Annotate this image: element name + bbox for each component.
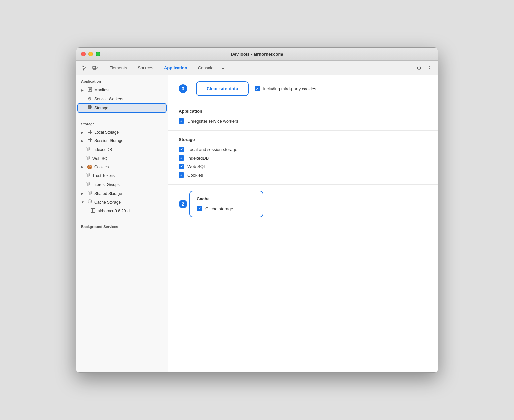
sidebar-item-label: Manifest: [94, 88, 109, 92]
sidebar-item-manifest[interactable]: ▶ Manifest: [76, 85, 168, 95]
chevron-right-icon: ▶: [81, 88, 85, 92]
sidebar-item-indexeddb[interactable]: IndexedDB: [76, 145, 168, 154]
tab-console[interactable]: Console: [193, 62, 219, 74]
sidebar-item-service-workers[interactable]: ▶ ⚙ Service Workers: [76, 95, 168, 103]
sidebar-item-shared-storage[interactable]: ▶ Shared Storage: [76, 189, 168, 198]
tab-elements[interactable]: Elements: [104, 62, 132, 74]
third-party-cookies-row: ✓ including third-party cookies: [255, 86, 316, 91]
svg-point-21: [86, 182, 89, 183]
storage-panel-section: Storage ✓ Local and session storage ✓ In…: [168, 131, 438, 185]
chevron-right-icon: ▶: [81, 131, 85, 134]
sidebar-item-label: Service Workers: [94, 97, 123, 101]
checkmark-icon: ✓: [180, 119, 183, 123]
gear-icon: ⚙: [87, 96, 92, 101]
third-party-cookies-label: including third-party cookies: [263, 86, 316, 91]
sidebar-item-cache-entry[interactable]: airhorner-0.6.20 - ht: [76, 207, 168, 215]
svg-rect-0: [93, 66, 96, 69]
sidebar-item-trust-tokens[interactable]: Trust Tokens: [76, 171, 168, 180]
indexeddb-checkbox[interactable]: ✓: [179, 155, 184, 161]
database-icon: [85, 182, 90, 187]
sidebar-app-label: Application: [76, 75, 168, 85]
tab-more-button[interactable]: »: [219, 62, 226, 74]
indexeddb-label: IndexedDB: [187, 156, 209, 161]
tab-application[interactable]: Application: [159, 62, 193, 74]
sidebar-background-label: Background Services: [76, 221, 168, 231]
grid-icon: [87, 130, 92, 135]
checkmark-icon: ✓: [180, 147, 183, 152]
svg-point-19: [86, 156, 89, 157]
tab-sources[interactable]: Sources: [132, 62, 159, 74]
unregister-sw-checkbox[interactable]: ✓: [179, 118, 184, 124]
sidebar-item-label: airhorner-0.6.20 - ht: [98, 209, 133, 213]
sidebar-item-label: Web SQL: [92, 156, 110, 161]
database-icon: [85, 173, 90, 178]
clear-row: 3 Clear site data ✓ including third-part…: [179, 82, 428, 95]
svg-point-20: [86, 173, 89, 174]
svg-rect-13: [88, 138, 92, 142]
app-section-title: Application: [179, 109, 428, 114]
sidebar-item-interest-groups[interactable]: Interest Groups: [76, 180, 168, 189]
sidebar-item-cache-storage[interactable]: ▼ Cache Storage: [76, 198, 168, 207]
local-session-row: ✓ Local and session storage: [179, 147, 428, 152]
devtools-window: DevTools - airhorner.com/ Elements: [76, 47, 438, 373]
more-options-icon[interactable]: ⋮: [425, 63, 434, 73]
grid-icon: [90, 208, 96, 214]
indexeddb-row: ✓ IndexedDB: [179, 155, 428, 161]
cookie-icon: 🍪: [87, 165, 92, 169]
database-icon: [87, 199, 92, 205]
clear-section: 3 Clear site data ✓ including third-part…: [168, 75, 438, 102]
badge2-row: 2 Cache ✓ Cache storage: [179, 191, 428, 217]
svg-rect-24: [91, 209, 95, 213]
checkmark-icon: ✓: [198, 207, 201, 211]
cache-storage-label: Cache storage: [205, 206, 233, 211]
cache-storage-checkbox[interactable]: ✓: [197, 206, 202, 211]
tab-bar-left-tools: [79, 61, 101, 75]
badge-3: 3: [179, 84, 187, 93]
maximize-button[interactable]: [96, 52, 100, 56]
sidebar-item-label: Cache Storage: [94, 200, 121, 205]
chevron-right-icon: ▶: [81, 139, 85, 143]
sidebar-item-label: Local Storage: [94, 130, 119, 135]
local-session-checkbox[interactable]: ✓: [179, 147, 184, 152]
chevron-right-icon: ▶: [81, 165, 85, 169]
badge-2: 2: [179, 200, 187, 208]
third-party-cookies-checkbox[interactable]: ✓: [255, 86, 260, 91]
unregister-sw-row: ✓ Unregister service workers: [179, 118, 428, 124]
traffic-lights: [81, 52, 100, 56]
sidebar-item-storage[interactable]: ▶ Storage: [78, 104, 166, 112]
app-panel-section: Application ✓ Unregister service workers: [168, 102, 438, 131]
svg-point-7: [88, 105, 91, 107]
sidebar-item-label: Storage: [94, 106, 108, 110]
main-panel: 3 Clear site data ✓ including third-part…: [168, 75, 438, 372]
clear-site-data-button[interactable]: Clear site data: [197, 83, 247, 95]
tab-bar: Elements Sources Application Console » ⚙…: [76, 61, 438, 75]
close-button[interactable]: [81, 52, 86, 56]
sidebar-item-label: Trust Tokens: [92, 173, 115, 178]
cookies-checkbox[interactable]: ✓: [179, 172, 184, 178]
tab-bar-right-tools: ⚙ ⋮: [413, 61, 435, 75]
sidebar-item-label: Shared Storage: [94, 191, 122, 196]
minimize-button[interactable]: [88, 52, 93, 56]
database-icon: [87, 105, 92, 111]
sidebar-item-label: Session Storage: [94, 138, 123, 143]
web-sql-checkbox[interactable]: ✓: [179, 164, 184, 169]
cookies-label: Cookies: [187, 173, 203, 178]
manifest-icon: [87, 87, 92, 93]
chevron-right-icon: ▶: [81, 192, 85, 195]
cursor-icon[interactable]: [80, 63, 89, 73]
checkmark-icon: ✓: [180, 156, 183, 160]
sidebar-item-cookies[interactable]: ▶ 🍪 Cookies: [76, 163, 168, 171]
sidebar-item-web-sql[interactable]: Web SQL: [76, 154, 168, 163]
sidebar-item-session-storage[interactable]: ▶ Session Storage: [76, 136, 168, 145]
database-icon: [87, 191, 92, 196]
chevron-down-icon: ▼: [81, 200, 85, 204]
cache-section-inner: Cache ✓ Cache storage: [190, 191, 263, 217]
web-sql-row: ✓ Web SQL: [179, 164, 428, 169]
window-title: DevTools - airhorner.com/: [231, 52, 283, 57]
sidebar-item-local-storage[interactable]: ▶ Local Storage: [76, 128, 168, 136]
device-icon[interactable]: [90, 63, 100, 73]
title-bar: DevTools - airhorner.com/: [76, 48, 438, 61]
database-icon: [85, 147, 90, 152]
settings-icon[interactable]: ⚙: [414, 63, 424, 73]
sidebar-divider-2: [76, 218, 168, 218]
